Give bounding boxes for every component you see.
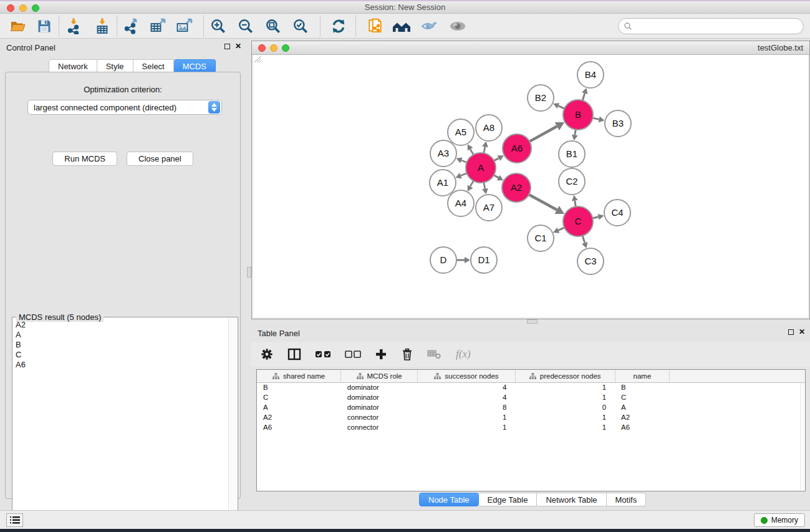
network-node-A5[interactable]: A5 xyxy=(448,119,474,145)
vertical-divider-grip[interactable] xyxy=(247,267,251,278)
table-cell[interactable]: B xyxy=(615,382,670,392)
delete-table-button[interactable] xyxy=(427,349,442,359)
table-cell[interactable]: 1 xyxy=(515,422,615,432)
resize-grip-icon[interactable] xyxy=(253,55,261,63)
search-input[interactable] xyxy=(632,22,803,31)
hide-details-button[interactable] xyxy=(418,16,440,36)
function-builder-button[interactable]: f(x) xyxy=(456,348,471,360)
table-cell[interactable]: C xyxy=(257,392,341,402)
network-node-A7[interactable]: A7 xyxy=(476,195,502,221)
horizontal-divider-grip[interactable] xyxy=(527,319,538,324)
network-node-A2[interactable]: A2 xyxy=(502,173,531,202)
result-list-item[interactable]: A xyxy=(13,330,228,340)
table-cell[interactable]: A xyxy=(615,402,670,412)
table-cell[interactable]: connector xyxy=(341,412,418,422)
select-all-rows-button[interactable] xyxy=(315,351,331,358)
zoom-out-button[interactable] xyxy=(235,16,256,36)
table-cell[interactable]: dominator xyxy=(341,382,418,392)
refresh-layout-button[interactable] xyxy=(328,16,349,36)
result-list-item[interactable]: C xyxy=(13,350,228,360)
table-cell[interactable]: A xyxy=(257,402,341,412)
table-cell[interactable]: 1 xyxy=(515,382,615,392)
zoom-selected-button[interactable] xyxy=(290,16,311,36)
network-edge-C-C3[interactable] xyxy=(582,236,587,248)
result-list-scrollbar[interactable] xyxy=(228,318,237,530)
table-cell[interactable]: 4 xyxy=(418,392,516,402)
memory-button[interactable]: Memory xyxy=(754,513,805,527)
minimize-network-button[interactable] xyxy=(270,44,277,52)
column-header-shared-name[interactable]: shared name xyxy=(257,370,341,382)
table-cell[interactable]: 1 xyxy=(418,412,516,422)
column-header-MCDS-role[interactable]: MCDS role xyxy=(341,370,418,382)
network-node-C1[interactable]: C1 xyxy=(528,225,554,251)
table-cell[interactable]: connector xyxy=(341,422,418,432)
network-node-B1[interactable]: B1 xyxy=(559,141,585,167)
network-edge-A-A5[interactable] xyxy=(468,144,473,155)
network-edge-A-A7[interactable] xyxy=(482,183,488,195)
add-column-button[interactable] xyxy=(375,348,387,360)
import-network-button[interactable] xyxy=(63,16,84,36)
table-row[interactable]: Adominator80A xyxy=(257,402,805,412)
result-list-item[interactable]: B xyxy=(13,340,228,350)
network-edge-A-A1[interactable] xyxy=(455,173,466,178)
network-edge-D-D1[interactable] xyxy=(456,257,470,263)
tab-network-table[interactable]: Network Table xyxy=(537,493,606,506)
save-session-button[interactable] xyxy=(34,16,55,36)
network-node-B4[interactable]: B4 xyxy=(577,62,604,88)
tab-style[interactable]: Style xyxy=(97,59,133,73)
delete-column-button[interactable] xyxy=(401,347,413,361)
network-node-A3[interactable]: A3 xyxy=(430,140,456,167)
network-edge-A-A3[interactable] xyxy=(456,157,467,163)
table-cell[interactable]: B xyxy=(257,382,341,392)
table-cell[interactable]: C xyxy=(615,392,670,402)
table-row[interactable]: Bdominator41B xyxy=(257,382,805,392)
network-node-B3[interactable]: B3 xyxy=(605,110,631,137)
close-panel-icon[interactable]: ✕ xyxy=(235,43,241,50)
deselect-all-rows-button[interactable] xyxy=(345,351,361,358)
network-edge-A6-B[interactable] xyxy=(529,122,564,142)
table-scrollbar[interactable] xyxy=(800,383,804,490)
network-edge-A-A6[interactable] xyxy=(494,155,504,161)
table-row[interactable]: A2connector11A2 xyxy=(257,412,805,422)
close-panel-button[interactable]: Close panel xyxy=(127,152,193,166)
result-list-item[interactable]: A2 xyxy=(13,320,228,330)
table-cell[interactable]: A6 xyxy=(615,422,670,432)
table-cell[interactable]: A6 xyxy=(257,422,341,432)
table-cell[interactable]: dominator xyxy=(341,402,418,412)
column-header-name[interactable]: name xyxy=(615,370,670,382)
split-columns-button[interactable] xyxy=(287,348,301,360)
tab-network[interactable]: Network xyxy=(49,59,97,73)
network-edge-C-C1[interactable] xyxy=(553,228,564,233)
network-node-C4[interactable]: C4 xyxy=(604,200,630,226)
table-row[interactable]: Cdominator41C xyxy=(257,392,805,402)
network-edge-A-A4[interactable] xyxy=(468,181,473,191)
export-image-button[interactable] xyxy=(173,16,195,36)
network-edge-B-B3[interactable] xyxy=(592,117,604,123)
network-edge-B-B4[interactable] xyxy=(582,88,587,100)
network-node-A8[interactable]: A8 xyxy=(476,115,502,141)
column-header-predecessor-nodes[interactable]: predecessor nodes xyxy=(515,370,615,382)
network-document-button[interactable] xyxy=(365,16,386,36)
home-view-button[interactable] xyxy=(391,16,412,36)
network-node-A1[interactable]: A1 xyxy=(430,170,456,196)
network-edge-C-C4[interactable] xyxy=(592,214,604,220)
show-details-button[interactable] xyxy=(447,16,468,36)
zoom-fit-button[interactable] xyxy=(263,16,284,36)
open-file-button[interactable] xyxy=(7,16,29,36)
table-cell[interactable]: 1 xyxy=(515,412,615,422)
float-panel-icon[interactable] xyxy=(224,44,230,49)
export-network-button[interactable] xyxy=(121,16,142,36)
import-table-button[interactable] xyxy=(92,16,113,36)
tab-edge-table[interactable]: Edge Table xyxy=(479,493,538,506)
float-panel-icon[interactable] xyxy=(788,329,794,335)
network-node-B[interactable]: B xyxy=(563,100,593,130)
network-node-B2[interactable]: B2 xyxy=(528,85,554,111)
optimization-criterion-dropdown[interactable]: largest connected component (directed) xyxy=(27,100,222,115)
network-edge-A-A2[interactable] xyxy=(494,175,503,181)
table-cell[interactable]: dominator xyxy=(341,392,418,402)
table-cell[interactable]: 1 xyxy=(418,422,516,432)
network-node-A[interactable]: A xyxy=(466,153,496,183)
table-cell[interactable]: A2 xyxy=(257,412,341,422)
table-cell[interactable]: 8 xyxy=(418,402,516,412)
export-table-button[interactable] xyxy=(147,16,168,36)
